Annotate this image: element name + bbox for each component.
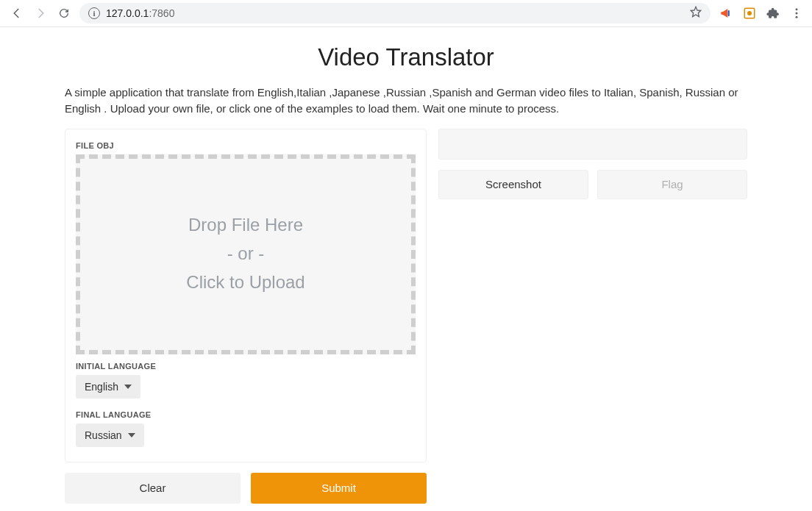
svg-point-3	[796, 8, 798, 10]
final-language-label: FINAL LANGUAGE	[76, 410, 416, 419]
url-text: 127.0.0.1:7860	[106, 7, 174, 19]
svg-point-2	[747, 11, 752, 15]
page-title: Video Translator	[0, 43, 812, 71]
more-vert-icon[interactable]	[790, 7, 803, 20]
dropzone-line-1: Drop File Here	[188, 212, 303, 238]
nav-controls	[6, 7, 71, 20]
dropzone-line-3: Click to Upload	[186, 270, 304, 296]
capture-icon[interactable]	[743, 7, 756, 20]
dropzone-line-2: - or -	[227, 241, 265, 267]
megaphone-icon[interactable]	[719, 7, 733, 20]
action-row: Clear Submit	[65, 473, 427, 504]
input-panel: FILE OBJ Drop File Here - or - Click to …	[65, 129, 427, 462]
page-description: A simple application that translate from…	[0, 85, 812, 117]
browser-bar: i 127.0.0.1:7860	[0, 0, 812, 27]
site-info-icon[interactable]: i	[88, 7, 100, 19]
back-icon[interactable]	[10, 7, 24, 20]
final-language-value: Russian	[85, 429, 122, 441]
initial-language-select[interactable]: English	[76, 375, 140, 399]
main-columns: FILE OBJ Drop File Here - or - Click to …	[0, 129, 812, 504]
output-box	[438, 129, 747, 160]
file-obj-label: FILE OBJ	[76, 141, 416, 150]
extension-icons	[719, 7, 806, 20]
url-host: 127.0.0.1	[106, 7, 149, 19]
right-button-row: Screenshot Flag	[438, 170, 747, 199]
page-content: Video Translator A simple application th…	[0, 27, 812, 504]
bookmark-star-icon[interactable]	[690, 6, 702, 21]
screenshot-button[interactable]: Screenshot	[438, 170, 588, 199]
svg-marker-0	[691, 7, 700, 16]
submit-button[interactable]: Submit	[251, 473, 427, 504]
flag-button[interactable]: Flag	[597, 170, 747, 199]
left-column: FILE OBJ Drop File Here - or - Click to …	[65, 129, 427, 504]
svg-point-4	[796, 12, 798, 15]
chevron-down-icon	[128, 432, 135, 439]
right-column: Screenshot Flag	[438, 129, 747, 504]
svg-point-5	[796, 16, 798, 18]
url-port: :7860	[149, 7, 174, 19]
reload-icon[interactable]	[57, 7, 71, 20]
file-dropzone[interactable]: Drop File Here - or - Click to Upload	[76, 154, 416, 354]
chevron-down-icon	[124, 383, 132, 390]
forward-icon[interactable]	[34, 7, 47, 20]
initial-language-value: English	[85, 381, 118, 393]
address-bar[interactable]: i 127.0.0.1:7860	[79, 3, 710, 24]
extensions-puzzle-icon[interactable]	[766, 7, 780, 20]
final-language-select[interactable]: Russian	[76, 424, 144, 447]
initial-language-label: INITIAL LANGUAGE	[76, 362, 416, 371]
clear-button[interactable]: Clear	[65, 473, 241, 504]
